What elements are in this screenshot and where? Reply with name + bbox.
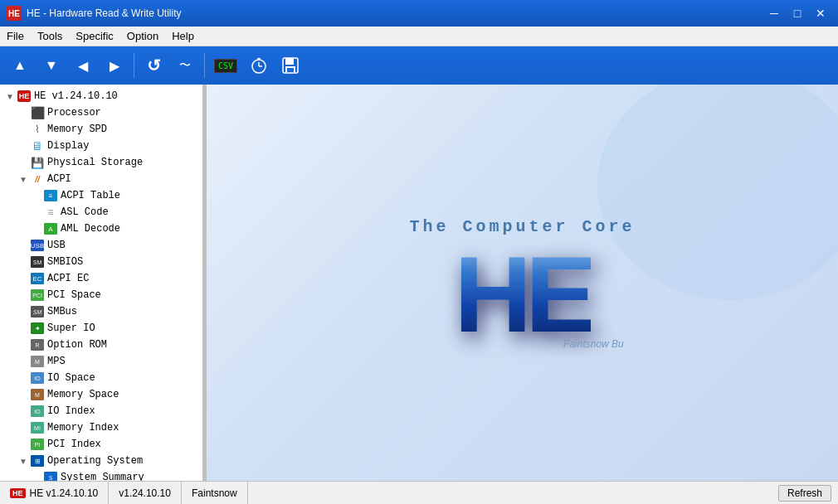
menu-specific[interactable]: Specific: [69, 27, 120, 45]
nav-back-button[interactable]: ◀: [68, 51, 98, 80]
watermark-text: Faintsnow Bu: [563, 338, 624, 350]
tree-mps[interactable]: M MPS: [0, 353, 202, 370]
status-icon: HE: [10, 488, 26, 498]
tree-memory-index[interactable]: MI Memory Index: [0, 419, 202, 436]
menu-help[interactable]: Help: [165, 27, 201, 45]
clock-button[interactable]: [244, 51, 274, 80]
tree-io-index[interactable]: IO IO Index: [0, 403, 202, 419]
tree-option-rom[interactable]: R Option ROM: [0, 337, 202, 353]
svg-rect-7: [287, 68, 294, 72]
main-area: ▼ HE HE v1.24.10.10 ⬛ Processor ⌇ Memory…: [0, 85, 838, 481]
tree-super-io[interactable]: ✦ Super IO: [0, 320, 202, 337]
status-author: Faintsnow: [182, 482, 248, 504]
menu-file[interactable]: File: [0, 27, 31, 45]
tree-acpi-table[interactable]: ≡ ACPI Table: [0, 187, 202, 204]
tree-memory-space[interactable]: M Memory Space: [0, 386, 202, 403]
tree-smbus[interactable]: SM SMBus: [0, 303, 202, 320]
status-version-text: HE v1.24.10.10: [30, 487, 99, 499]
tree-system-summary[interactable]: S System Summary: [0, 469, 202, 481]
title-bar-buttons: ─ □ ✕: [763, 5, 831, 22]
tree-pci-index[interactable]: PI PCI Index: [0, 436, 202, 453]
logo-area: The Computer Core HE Faintsnow Bu: [409, 217, 635, 348]
tree-asl-code[interactable]: ≡ ASL Code: [0, 204, 202, 220]
status-refresh-button[interactable]: Refresh: [778, 485, 831, 502]
svg-rect-5: [285, 58, 294, 65]
status-build-text: v1.24.10.10: [119, 487, 171, 499]
toolbar: ▲ ▼ ◀ ▶ ↺ 〜 CSV: [0, 46, 838, 85]
chart-button[interactable]: 〜: [170, 51, 200, 80]
nav-up-button[interactable]: ▲: [5, 51, 35, 80]
tree-usb[interactable]: USB USB: [0, 237, 202, 254]
tree-pci-space[interactable]: PCI PCI Space: [0, 287, 202, 303]
status-build: v1.24.10.10: [109, 482, 182, 504]
menu-option[interactable]: Option: [120, 27, 165, 45]
save-button[interactable]: [275, 51, 305, 80]
logo-he: HE: [454, 240, 591, 348]
tree-operating-system[interactable]: ▼ ⊞ Operating System: [0, 453, 202, 469]
monitor-button[interactable]: CSV: [209, 51, 242, 80]
nav-down-button[interactable]: ▼: [37, 51, 66, 80]
status-refresh-area: Refresh: [778, 485, 838, 502]
title-bar-text: HE - Hardware Read & Write Utility: [27, 7, 763, 19]
content-panel: The Computer Core HE Faintsnow Bu: [207, 85, 838, 481]
tree-acpi[interactable]: ▼ // ACPI: [0, 171, 202, 187]
tree-root[interactable]: ▼ HE HE v1.24.10.10: [0, 88, 202, 104]
menu-bar: File Tools Specific Option Help: [0, 27, 838, 46]
tree-memory-spd[interactable]: ⌇ Memory SPD: [0, 121, 202, 138]
nav-forward-button[interactable]: ▶: [100, 51, 129, 80]
tree-processor[interactable]: ⬛ Processor: [0, 104, 202, 121]
close-button[interactable]: ✕: [810, 5, 831, 22]
status-author-text: Faintsnow: [192, 487, 237, 499]
app-icon: HE: [7, 6, 22, 21]
tree-physical-storage[interactable]: 💾 Physical Storage: [0, 154, 202, 171]
maximize-button[interactable]: □: [787, 5, 808, 22]
tree-display[interactable]: 🖥 Display: [0, 138, 202, 154]
tree-acpi-ec[interactable]: EC ACPI EC: [0, 270, 202, 287]
tree-io-space[interactable]: IO IO Space: [0, 370, 202, 386]
menu-tools[interactable]: Tools: [31, 27, 69, 45]
root-icon: HE: [17, 90, 32, 103]
tree-sidebar[interactable]: ▼ HE HE v1.24.10.10 ⬛ Processor ⌇ Memory…: [0, 85, 203, 481]
tree-aml-decode[interactable]: A AML Decode: [0, 220, 202, 237]
root-label: HE v1.24.10.10: [34, 90, 199, 102]
root-expand-icon: ▼: [3, 92, 17, 101]
toolbar-sep-1: [134, 53, 134, 78]
svg-rect-3: [257, 58, 261, 60]
status-bar: HE HE v1.24.10.10 v1.24.10.10 Faintsnow …: [0, 481, 838, 504]
title-bar: HE HE - Hardware Read & Write Utility ─ …: [0, 0, 838, 27]
status-version: HE HE v1.24.10.10: [0, 482, 109, 504]
refresh-button[interactable]: ↺: [139, 51, 168, 80]
toolbar-sep-2: [204, 53, 205, 78]
tree-smbios[interactable]: SM SMBIOS: [0, 254, 202, 270]
minimize-button[interactable]: ─: [763, 5, 785, 22]
